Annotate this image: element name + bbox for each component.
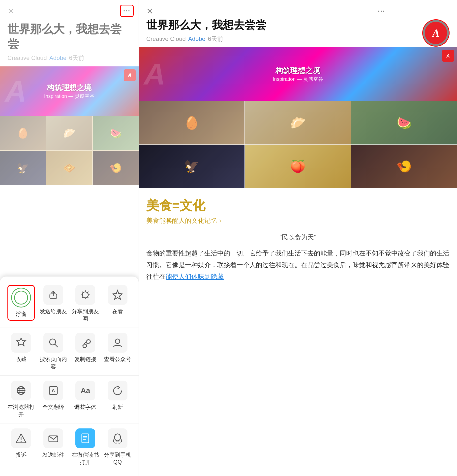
share-friend-icon [43, 285, 63, 305]
left-article-meta: Creative Cloud Adobe 6天前 [0, 54, 139, 66]
adobe-avatar-inner: A [425, 22, 447, 44]
svg-line-9 [82, 297, 83, 298]
right-food-cell-6: 🍤 [351, 145, 457, 188]
svg-line-14 [55, 344, 58, 347]
left-hero-a-decoration: A [5, 74, 27, 108]
food-body-2: 们生活下去的能量，同时也在不知不觉中改变了 [282, 250, 417, 257]
float-icon-inner [14, 291, 28, 305]
float-label: 浮窗 [16, 310, 27, 318]
search-page-label: 搜索页面内容 [40, 356, 67, 370]
translate-label: 全文翻译 [42, 403, 64, 411]
moments-label: 分享到朋友圈 [72, 308, 99, 323]
food-cell-4: 🦅 [0, 151, 46, 185]
view-account-icon [108, 333, 127, 353]
food-body: 食物的重要性超越了生活中的一切。它给予了我们生活下去的能量，同时也在不知不觉中改… [139, 246, 457, 284]
bookmark-icon [11, 333, 31, 353]
bottom-sheet-item-look[interactable]: 在看 [104, 285, 131, 315]
right-close-button[interactable]: ✕ [146, 7, 153, 15]
right-food-cell-4: 🦅 [139, 145, 244, 188]
right-food-collage: 🥚 🥟 🍉 🦅 🍑 🍤 [139, 101, 457, 188]
food-cell-3: 🍉 [93, 116, 139, 150]
svg-rect-34 [116, 442, 119, 443]
left-more-icon[interactable]: ··· [120, 5, 134, 17]
moments-icon [75, 285, 95, 305]
bottom-sheet-item-float[interactable]: 浮窗 [7, 285, 35, 321]
left-panel: ✕ 世界那么大，我想去尝尝 Creative Cloud Adobe 6天前 A… [0, 0, 139, 476]
adobe-avatar: A [422, 19, 450, 47]
font-adjust-label: 调整字体 [74, 403, 96, 411]
bottom-sheet-item-refresh[interactable]: 刷新 [104, 381, 131, 411]
right-hero-en: Inspiration — 灵感空谷 [273, 76, 323, 83]
bottom-sheet-item-translate[interactable]: A 全文翻译 [40, 381, 67, 411]
send-email-icon [43, 428, 63, 448]
bottom-sheet-item-share-friend[interactable]: 发送给朋友 [40, 285, 67, 315]
bottom-sheet-item-open-weixin[interactable]: 在微信读书 打开 [72, 428, 99, 466]
font-adjust-text: Aa [81, 386, 90, 395]
svg-line-8 [88, 292, 89, 293]
bottom-sheet-item-copy-link[interactable]: 复制链接 [72, 333, 99, 363]
divider-1 [0, 328, 139, 328]
right-more-button[interactable]: ··· [378, 7, 385, 15]
open-weixin-label: 在微信读书 打开 [72, 451, 99, 466]
bookmark-icon-svg [16, 337, 27, 348]
copy-link-icon [75, 333, 95, 353]
left-food-collage: 🥚 🥟 🍉 🦅 🧇 🍤 [0, 116, 139, 185]
right-food-cell-5: 🍑 [245, 145, 351, 188]
right-food-cell-2: 🥟 [245, 101, 351, 144]
bottom-sheet-row-4: 投诉 发送邮件 [0, 426, 139, 469]
book-icon-svg [80, 433, 91, 444]
share-qq-label: 分享到手机QQ [104, 451, 131, 465]
right-hero-cn: 构筑理想之境 [273, 66, 323, 76]
left-hero-en: Inspiration — 灵感空谷 [44, 93, 94, 100]
qq-icon-svg [112, 433, 123, 444]
open-browser-label: 在浏览器打开 [7, 403, 35, 418]
bottom-sheet-item-bookmark[interactable]: 收藏 [7, 333, 35, 363]
bottom-sheet-item-report[interactable]: 投诉 [7, 428, 35, 459]
divider-2 [0, 375, 139, 376]
left-hero-adobe-a: A [128, 72, 131, 78]
bottom-sheet-item-moments[interactable]: 分享到朋友圈 [72, 285, 99, 323]
bottom-sheet-item-view-account[interactable]: 查看公众号 [104, 333, 131, 363]
bottom-sheet-item-share-qq[interactable]: 分享到手机QQ [104, 428, 131, 465]
look-icon [108, 285, 127, 305]
bottom-sheet-item-send-email[interactable]: 发送邮件 [40, 428, 67, 459]
right-time: 6天前 [208, 35, 223, 43]
share-friend-label: 发送给朋友 [40, 308, 67, 315]
divider-3 [0, 423, 139, 423]
right-food-cell-1: 🥚 [139, 101, 244, 144]
bottom-sheet-item-font-adjust[interactable]: Aa 调整字体 [72, 381, 99, 411]
food-cell-6: 🍤 [93, 151, 139, 185]
food-cell-5: 🧇 [46, 151, 92, 185]
warn-icon-svg [16, 433, 27, 444]
refresh-label: 刷新 [112, 403, 123, 411]
left-close-button[interactable]: ✕ [7, 7, 14, 15]
svg-point-27 [21, 441, 22, 442]
svg-line-36 [119, 443, 120, 444]
right-header: ✕ ··· 世界那么大，我想去尝尝 Creative Cloud Adobe 6… [139, 0, 457, 47]
left-more-button-highlighted[interactable]: ··· [120, 7, 134, 15]
bottom-sheet-row-1: 浮窗 发送给朋友 [0, 282, 139, 325]
right-food-cell-3: 🍉 [351, 101, 457, 144]
food-section-subtitle: 美食能唤醒人的文化记忆 › [139, 216, 457, 229]
food-section-title: 美食=文化 [139, 192, 457, 216]
report-label: 投诉 [16, 451, 27, 459]
food-cell-1: 🥚 [0, 116, 46, 150]
svg-line-7 [82, 292, 83, 293]
right-panel: ✕ ··· 世界那么大，我想去尝尝 Creative Cloud Adobe 6… [139, 0, 457, 476]
right-article-title: 世界那么大，我想去尝尝 [146, 18, 417, 32]
right-hero-image: A 构筑理想之境 Inspiration — 灵感空谷 A [139, 47, 457, 101]
left-hero-image: A 构筑理想之境 Inspiration — 灵感空谷 A [0, 66, 139, 116]
refresh-icon [108, 381, 127, 400]
left-time: 6天前 [69, 54, 84, 62]
open-weixin-icon [75, 428, 95, 448]
food-cell-2: 🥟 [46, 116, 92, 150]
food-body-4: 人的过往和现在。在品尝过美食后，味觉和视觉 [249, 261, 385, 269]
share-qq-icon [108, 428, 127, 448]
report-icon [11, 428, 31, 448]
search-icon-svg [48, 337, 59, 348]
bottom-sheet-item-search-page[interactable]: 搜索页面内容 [40, 333, 67, 370]
svg-rect-29 [82, 434, 89, 443]
bottom-sheet-item-open-browser[interactable]: 在浏览器打开 [7, 381, 35, 418]
food-body-5-link[interactable]: 能使人们体味到隐藏 [166, 273, 224, 280]
food-body-1: 食物的重要性超越了生活中的一切。它给予了我 [146, 250, 282, 257]
